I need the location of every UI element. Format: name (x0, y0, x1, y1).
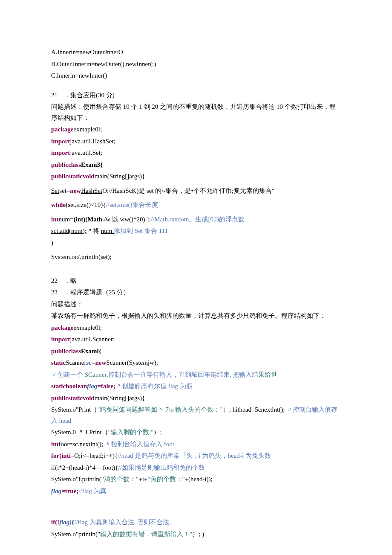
code-text: set= (59, 187, 70, 194)
code-text: Scanner(Systemjw); (106, 359, 158, 366)
code-text: exmaple0l; (74, 324, 102, 331)
comment: //Math.random。生成[0,l)的浮点数 (151, 216, 245, 223)
code-line: publicclassExam3{ (51, 160, 341, 171)
kw-public-class: publicclass (51, 161, 81, 168)
code-line: if(!flag){//flag 为真则输入合法, 否则不合法。 (51, 517, 341, 528)
code-line: intnum=(int)(Math./w 以 ww()*20)-l;//Math… (51, 214, 341, 225)
code-line: for(inti=O;i<=head;i++){//head 是鸡与兔的所泰『头… (51, 450, 341, 462)
code-line: staticScannersc=newScanner(Systemjw); (51, 357, 341, 369)
code-text: foot=sc.nextlnt(); (59, 441, 105, 447)
code-line: ) (51, 238, 341, 249)
kw-int: int (51, 441, 59, 447)
code-text: (set.size()<10){ (66, 201, 106, 208)
kw-public-static-void: publicstaticvoid (51, 395, 95, 401)
comment: 〃创建静态布尔值 flag 为假 (115, 383, 193, 389)
comment: //如果满足则输出鸡和兔的个数 (118, 464, 205, 471)
code-line: importjava.util.Scanner; (51, 334, 341, 345)
kw-true: =true; (61, 488, 78, 494)
code-line: SyStem.0 〃 LPrint（″输入脚的个数:″）; (51, 427, 341, 438)
kw-false: =false; (97, 383, 115, 389)
q23-description: 某农场有一群鸡和兔子，根据输入的头和脚的数量，计算总共有多少只鸡和兔子。程序结构… (51, 311, 341, 322)
comment: 果给世 (258, 371, 277, 378)
comment: 〃创建一个 (51, 371, 85, 378)
option-a: A.Innerin=newOuterJnnerO (51, 47, 341, 58)
code-text: SyStem.o"Print（ (51, 406, 97, 413)
comment: 头， (215, 452, 228, 459)
comment: //flag 为真则输入合法, 否则不合法。 (74, 519, 176, 526)
code-line: SyStem.o"f.println("鸡的个数：″+i+″兔的个数："+(he… (51, 474, 341, 485)
kw-for: for(inti (51, 452, 71, 459)
code-line: importjava.util.Set; (51, 148, 341, 159)
code-text: num (101, 227, 114, 234)
code-text: ）; ) (192, 531, 204, 538)
code-text: (int)(Math (74, 216, 103, 223)
code-line: packageexmaple0l; (51, 323, 341, 334)
kw-new: =new (92, 359, 106, 366)
code-text: 〃将 (86, 227, 101, 234)
code-line: publicstaticvoidmain(String[]args){ (51, 393, 341, 404)
string-literal: ″输入脚的个数:″ (108, 429, 154, 436)
code-text: java.util.Scanner; (70, 336, 115, 343)
var-flag: flag) (59, 519, 72, 526)
code-text: =O;i<=head;i++){ (71, 452, 118, 459)
q22-heading: 22 ．略 (51, 276, 341, 287)
code-line: sct.add(num);〃将 num 添加到 Set 集合 111 (51, 226, 341, 237)
code-text: O://HashScK)是 set 的\-集合，是•个不允许仃币;复元素的集合“ (102, 187, 274, 194)
var-flag: flag (51, 488, 61, 494)
code-line: System.oπ/.println(set); (51, 252, 341, 263)
code-line: importjava.util.HashSet; (51, 136, 341, 147)
comment: 〃控制台输入值存入 foot (105, 441, 174, 447)
code-line: intfoot=sc.nextlnt(); 〃控制台输入值存入 foot (51, 439, 341, 450)
kw-while: while (51, 201, 66, 208)
kw-new: new (70, 187, 81, 194)
type-hashset: HashSet (81, 187, 102, 194)
class-name: Examl{ (81, 348, 101, 355)
kw-import: import (51, 149, 70, 156)
code-line: packageexmaple0l; (51, 124, 341, 135)
string-literal: ″鸡兔同笼问题解答如卜 7\n 输入头的个数：”） (97, 406, 229, 413)
kw-package: package (51, 126, 74, 133)
code-text: num= (59, 216, 74, 223)
string-literal: 鸡的个数：″ (104, 476, 138, 482)
code-text: java.util.Set; (70, 149, 102, 156)
comment: head-i 为兔头数 (228, 452, 271, 459)
code-text: ）; (153, 429, 161, 436)
code-line: staticbooleanflag=false;〃创建静态布尔值 flag 为假 (51, 381, 341, 392)
kw-public-static-void: publicstaticvoid (51, 173, 95, 180)
code-line: while(set.size()<10){//set.size()集合长度 (51, 200, 341, 211)
code-text: SyStem.0 〃 LPrint（ (51, 429, 108, 436)
code-text: SyStem.o"println(" (51, 531, 100, 538)
var-sc: sc (86, 359, 92, 366)
code-text: "+(head-i)); (182, 476, 213, 482)
code-text: main(String[]args){ (95, 395, 145, 401)
kw-if: if(! (51, 519, 59, 526)
q23-heading: 23 ．程序逻辑题（25 分） (51, 287, 341, 298)
code-line: publicclassExaml{ (51, 346, 341, 357)
string-literal: 输入的数据有错，请重新输入！″ (100, 531, 192, 538)
code-text: ./w 以 ww()*20)-l; (102, 216, 151, 223)
comment: SCanner, (85, 371, 108, 378)
option-c: C.lnnerin=newInner() (51, 70, 341, 81)
code-line: SyStem.o"println("输入的数据有错，请重新输入！″）; ) (51, 529, 341, 540)
code-text: if(i*2+(head-i)*4==foot){ (51, 464, 118, 471)
code-text: SyStem.o"f.println(" (51, 476, 104, 482)
kw-static-boolean: staticboolean (51, 383, 87, 389)
type-set: Set (51, 187, 59, 194)
code-line: SyStem.o"Print（″鸡兔同笼问题解答如卜 7\n 输入头的个数：”）… (51, 404, 341, 426)
string-literal: ″兔的个数： (147, 476, 182, 482)
code-text: ; hithead=5cnextlnt(); (229, 406, 286, 413)
comment: //set.size()集合长度 (106, 201, 158, 208)
code-line: flag=true;//flag 为真 (51, 486, 341, 497)
comment: 添加到 Set 集合 111 (114, 227, 168, 234)
q23-desc-label: 问题描述： (51, 299, 341, 310)
code-text: java.util.HashSet; (70, 138, 115, 145)
class-name: Exam3{ (81, 161, 103, 168)
kw-import: import (51, 336, 70, 343)
q21-description: 问题描述：使用集合存储 10 个 1 到 20 之间的不重复的随机数，并遍历集合… (51, 102, 341, 123)
code-line: if(i*2+(head-i)*4==foot){//如果满足则输出鸡和兔的个数 (51, 462, 341, 474)
code-text: main(String[]args){ (95, 173, 145, 180)
kw-import: import (51, 138, 70, 145)
comment: //head 是鸡与兔的所泰『头，i 为鸡 (118, 452, 215, 459)
code-line: publicstaticvoidmain(String[]args){ (51, 171, 341, 182)
comment: 控制台会一直等待输入，直到敲回车键结束, 把输入结 (108, 371, 259, 378)
